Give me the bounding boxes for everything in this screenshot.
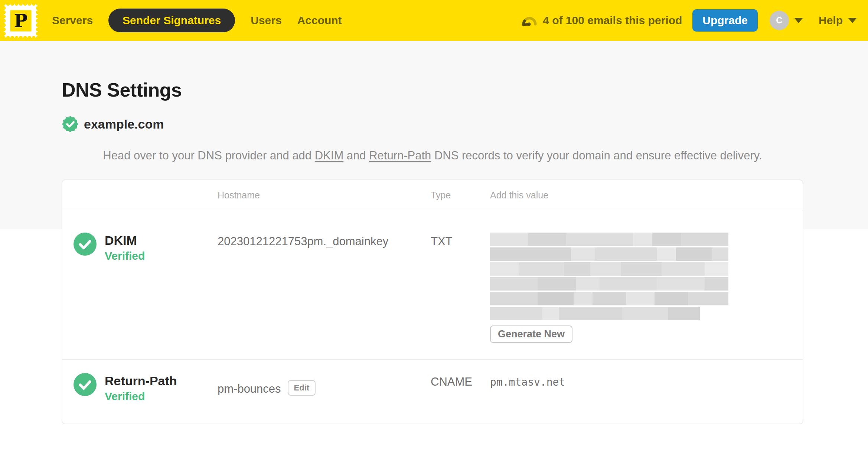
status-badge: Verified <box>105 250 145 262</box>
verified-check-icon <box>74 233 97 256</box>
table-row-return-path: Return-Path Verified pm-bounces Edit CNA… <box>62 359 803 424</box>
instructions-part: DNS records to verify your domain and en… <box>431 149 762 162</box>
verified-domain-badge-icon <box>62 116 79 133</box>
dkim-hostname: 20230121221753pm._domainkey <box>218 233 431 343</box>
record-name: DKIM <box>105 233 145 247</box>
nav-item-servers[interactable]: Servers <box>52 14 93 27</box>
help-label: Help <box>819 14 843 27</box>
top-navbar: P Servers Sender Signatures Users Accoun… <box>0 0 868 41</box>
upgrade-button[interactable]: Upgrade <box>692 9 758 32</box>
redacted-value <box>490 233 728 320</box>
primary-nav: Servers Sender Signatures Users Account <box>52 9 342 32</box>
nav-item-account[interactable]: Account <box>297 14 342 27</box>
page-title: DNS Settings <box>62 80 868 101</box>
usage-gauge-icon <box>521 13 538 27</box>
table-header-row: Hostname Type Add this value <box>62 180 803 210</box>
nav-item-users[interactable]: Users <box>251 14 281 27</box>
navbar-right-group: 4 of 100 emails this period Upgrade C He… <box>521 9 857 32</box>
dkim-value-cell: Generate New <box>490 233 803 343</box>
header-type: Type <box>431 190 490 201</box>
header-add-this-value: Add this value <box>490 190 803 201</box>
return-path-hostname: pm-bounces <box>218 380 281 396</box>
verified-check-icon <box>74 373 97 396</box>
record-name: Return-Path <box>105 374 177 388</box>
return-path-hostname-cell: pm-bounces Edit <box>218 373 431 403</box>
dkim-type: TXT <box>431 233 490 343</box>
postmark-logo-icon[interactable]: P <box>4 4 38 38</box>
user-avatar[interactable]: C <box>770 11 789 30</box>
domain-row: example.com <box>62 116 868 133</box>
header-hostname: Hostname <box>218 190 431 201</box>
help-menu[interactable]: Help <box>819 14 857 27</box>
instructions-text: Head over to your DNS provider and add D… <box>62 147 803 165</box>
generate-new-button[interactable]: Generate New <box>490 325 572 343</box>
dkim-link[interactable]: DKIM <box>315 149 344 162</box>
dkim-name-stack: DKIM Verified <box>105 233 145 262</box>
return-path-name-cell: Return-Path Verified <box>62 373 218 403</box>
dkim-name-cell: DKIM Verified <box>62 233 218 343</box>
return-path-name-stack: Return-Path Verified <box>105 373 177 403</box>
account-chevron-down-icon[interactable] <box>794 18 803 23</box>
nav-item-sender-signatures[interactable]: Sender Signatures <box>108 9 235 32</box>
main-content: DNS Settings example.com Head over to yo… <box>0 41 868 454</box>
return-path-value: pm.mtasv.net <box>490 373 803 403</box>
edit-button[interactable]: Edit <box>288 380 316 396</box>
instructions-part: and <box>343 149 369 162</box>
usage-counter: 4 of 100 emails this period <box>543 14 682 27</box>
dns-records-card: Hostname Type Add this value DKIM Verifi… <box>62 179 803 424</box>
instructions-part: Head over to your DNS provider and add <box>103 149 314 162</box>
return-path-type: CNAME <box>431 373 490 403</box>
svg-text:P: P <box>14 10 28 32</box>
help-chevron-down-icon <box>848 18 857 23</box>
return-path-link[interactable]: Return-Path <box>369 149 431 162</box>
dns-settings-page: P Servers Sender Signatures Users Accoun… <box>0 0 868 454</box>
table-row-dkim: DKIM Verified 20230121221753pm._domainke… <box>62 210 803 359</box>
domain-name: example.com <box>84 117 164 132</box>
status-badge: Verified <box>105 390 177 403</box>
